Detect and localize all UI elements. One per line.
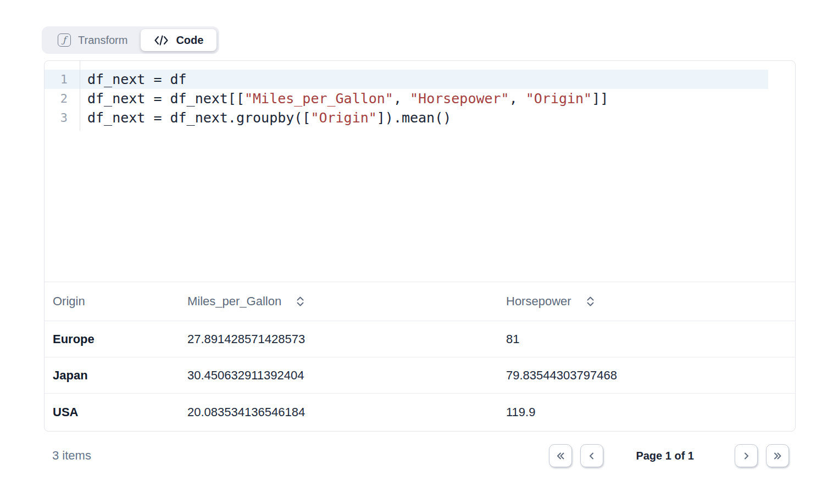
code-token: , bbox=[393, 91, 410, 107]
results-table: OriginMiles_per_GallonHorsepower Europe2… bbox=[45, 282, 795, 430]
code-line[interactable]: df_next = df_next.groupby(["Origin"]).me… bbox=[87, 108, 795, 127]
chevron-right-icon bbox=[741, 451, 752, 461]
function-icon: ƒ bbox=[58, 33, 71, 47]
chevron-left-icon bbox=[587, 451, 597, 461]
column-header-origin: Origin bbox=[45, 294, 179, 309]
code-icon bbox=[154, 35, 169, 46]
sort-icon[interactable] bbox=[296, 295, 304, 307]
line-number: 3 bbox=[45, 108, 68, 127]
items-count: 3 items bbox=[52, 449, 91, 463]
code-token: df_next = df_next[[ bbox=[87, 91, 245, 107]
row-header-cell: USA bbox=[45, 405, 179, 419]
double-chevron-left-icon bbox=[556, 451, 566, 461]
column-label: Origin bbox=[53, 294, 85, 309]
column-label: Miles_per_Gallon bbox=[187, 294, 281, 309]
table-cell: 81 bbox=[498, 332, 795, 346]
table-row: USA20.083534136546184119.9 bbox=[45, 394, 795, 430]
last-page-button[interactable] bbox=[766, 444, 789, 467]
table-row: Japan30.45063291139240479.83544303797468 bbox=[45, 357, 795, 394]
column-header-horsepower[interactable]: Horsepower bbox=[498, 294, 795, 309]
sort-icon[interactable] bbox=[586, 295, 595, 307]
tab-code-label: Code bbox=[176, 34, 203, 47]
code-token: ]] bbox=[592, 91, 608, 107]
row-header-cell: Europe bbox=[45, 332, 179, 346]
code-editor[interactable]: 123 df_next = dfdf_next = df_next[["Mile… bbox=[45, 61, 795, 282]
double-chevron-right-icon bbox=[773, 451, 783, 461]
row-header-cell: Japan bbox=[45, 368, 179, 383]
code-line[interactable]: df_next = df bbox=[87, 70, 795, 89]
column-header-miles_per_gallon[interactable]: Miles_per_Gallon bbox=[179, 294, 498, 309]
table-header-row: OriginMiles_per_GallonHorsepower bbox=[45, 282, 795, 321]
page: { "tabs": { "transform": { "label": "Tra… bbox=[0, 0, 833, 504]
line-number: 1 bbox=[45, 70, 68, 89]
view-mode-tabs: ƒ Transform Code bbox=[42, 26, 219, 54]
table-footer: 3 items Page 1 of 1 bbox=[44, 439, 796, 472]
code-token-string: "Origin" bbox=[526, 91, 592, 107]
table-cell: 119.9 bbox=[498, 405, 795, 419]
code-token-string: "Horsepower" bbox=[410, 91, 509, 107]
code-token-string: "Origin" bbox=[310, 110, 376, 126]
table-cell: 79.83544303797468 bbox=[498, 368, 795, 383]
code-line[interactable]: df_next = df_next[["Miles_per_Gallon", "… bbox=[87, 89, 795, 108]
pagination: Page 1 of 1 bbox=[549, 444, 789, 467]
code-token: df_next = df bbox=[87, 71, 187, 87]
tab-transform-label: Transform bbox=[78, 34, 127, 47]
line-number: 2 bbox=[45, 89, 68, 108]
widget-panel: 123 df_next = dfdf_next = df_next[["Mile… bbox=[44, 60, 796, 432]
table-cell: 27.891428571428573 bbox=[179, 332, 498, 346]
code-token: , bbox=[509, 91, 526, 107]
tab-transform[interactable]: ƒ Transform bbox=[45, 29, 141, 51]
table-row: Europe27.89142857142857381 bbox=[45, 321, 795, 357]
column-label: Horsepower bbox=[506, 294, 571, 309]
code-content[interactable]: df_next = dfdf_next = df_next[["Miles_pe… bbox=[80, 61, 795, 127]
table-body: Europe27.89142857142857381Japan30.450632… bbox=[45, 321, 795, 430]
line-number-gutter: 123 bbox=[45, 61, 80, 131]
page-indicator: Page 1 of 1 bbox=[636, 450, 694, 462]
previous-page-button[interactable] bbox=[580, 444, 603, 467]
first-page-button[interactable] bbox=[549, 444, 572, 467]
table-cell: 30.450632911392404 bbox=[179, 368, 498, 383]
table-cell: 20.083534136546184 bbox=[179, 405, 498, 419]
tab-code[interactable]: Code bbox=[141, 29, 216, 51]
next-page-button[interactable] bbox=[735, 444, 758, 467]
code-token: ]).mean() bbox=[377, 110, 451, 126]
code-token-string: "Miles_per_Gallon" bbox=[245, 91, 393, 107]
code-token: df_next = df_next.groupby([ bbox=[87, 110, 310, 126]
